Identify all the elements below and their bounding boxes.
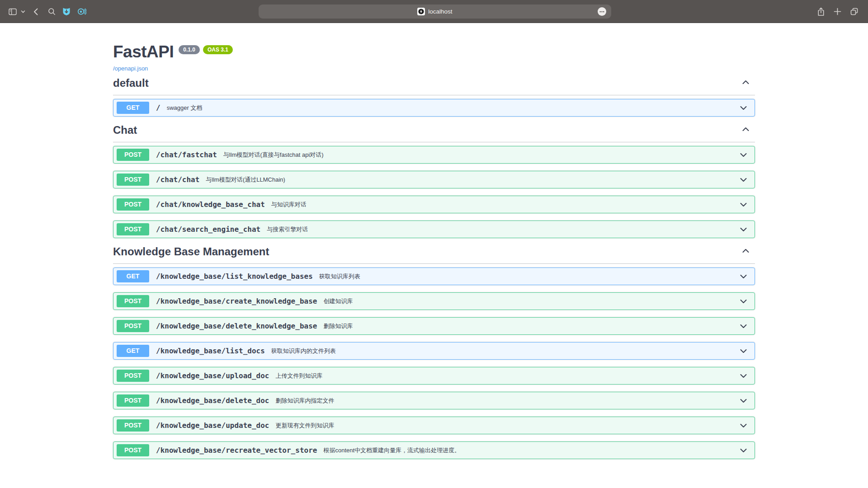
chevron-down-icon[interactable] <box>739 175 748 184</box>
endpoint-path: /knowledge_base/create_knowledge_base <box>156 297 317 305</box>
openapi-spec-link[interactable]: /openapi.json <box>113 65 148 72</box>
chevron-down-icon[interactable] <box>739 103 748 113</box>
endpoint-row[interactable]: POST /knowledge_base/delete_knowledge_ba… <box>113 317 755 335</box>
endpoint-row[interactable]: POST /knowledge_base/recreate_vector_sto… <box>113 441 755 459</box>
chevron-down-icon[interactable] <box>739 346 748 356</box>
endpoint-path: /knowledge_base/delete_knowledge_base <box>156 322 317 330</box>
chevron-down-icon[interactable] <box>739 272 748 281</box>
tag-section-default: default GET / swagger 文档 <box>113 77 755 117</box>
endpoint-description: 删除知识库内指定文件 <box>275 397 334 405</box>
endpoint-row[interactable]: POST /chat/knowledge_base_chat 与知识库对话 <box>113 196 755 213</box>
tag-section-header[interactable]: default <box>113 77 755 95</box>
chevron-up-icon[interactable] <box>741 246 750 258</box>
method-badge: GET <box>117 345 149 357</box>
back-icon[interactable] <box>33 8 39 16</box>
address-bar-content: localhost <box>259 5 611 19</box>
endpoint-row[interactable]: POST /chat/search_engine_chat 与搜索引擎对话 <box>113 221 755 238</box>
method-badge: POST <box>117 394 149 407</box>
endpoint-row[interactable]: POST /knowledge_base/upload_doc 上传文件到知识库 <box>113 367 755 385</box>
toolbar-left-group <box>8 0 86 23</box>
method-badge: POST <box>117 370 149 382</box>
chevron-down-icon[interactable] <box>739 371 748 380</box>
version-badge: 0.1.0 <box>179 45 200 54</box>
method-badge: POST <box>117 174 149 186</box>
chevron-down-icon[interactable] <box>739 296 748 306</box>
tag-section-header[interactable]: Chat <box>113 124 755 142</box>
method-badge: POST <box>117 295 149 307</box>
operations-list: POST /chat/fastchat 与llm模型对话(直接与fastchat… <box>113 142 755 238</box>
tag-title: default <box>113 77 149 89</box>
endpoint-path: /knowledge_base/delete_doc <box>156 396 269 405</box>
oas-badge: OAS 3.1 <box>203 45 233 54</box>
method-badge: GET <box>117 270 149 282</box>
endpoint-path: /chat/fastchat <box>156 150 217 159</box>
operations-list: GET /knowledge_base/list_knowledge_bases… <box>113 264 755 459</box>
address-bar[interactable]: localhost <box>259 5 611 19</box>
endpoint-row[interactable]: POST /knowledge_base/delete_doc 删除知识库内指定… <box>113 392 755 409</box>
endpoint-path: /knowledge_base/list_knowledge_bases <box>156 272 313 281</box>
endpoint-path: /chat/knowledge_base_chat <box>156 200 265 209</box>
endpoint-description: 获取知识库内的文件列表 <box>271 347 336 355</box>
tag-title: Chat <box>113 124 137 136</box>
endpoint-description: 删除知识库 <box>323 322 353 330</box>
chevron-down-icon[interactable] <box>739 321 748 331</box>
site-favicon <box>417 8 425 15</box>
chevron-down-icon[interactable] <box>739 150 748 160</box>
tag-section-knowledge-base: Knowledge Base Management GET /knowledge… <box>113 245 755 459</box>
endpoint-description: 与llm模型对话(直接与fastchat api对话) <box>223 151 324 159</box>
url-text: localhost <box>428 8 452 15</box>
endpoint-description: swagger 文档 <box>167 104 203 112</box>
search-icon[interactable] <box>48 8 56 15</box>
badges: 0.1.0 OAS 3.1 <box>179 45 233 54</box>
endpoint-row[interactable]: POST /chat/fastchat 与llm模型对话(直接与fastchat… <box>113 146 755 164</box>
endpoint-path: /knowledge_base/update_doc <box>156 421 269 430</box>
method-badge: GET <box>117 102 149 114</box>
endpoint-path: / <box>156 103 160 112</box>
chevron-down-icon[interactable] <box>739 225 748 234</box>
endpoint-description: 与llm模型对话(通过LLMChain) <box>206 176 285 184</box>
endpoint-path: /knowledge_base/recreate_vector_store <box>156 446 317 455</box>
tab-overview-icon[interactable] <box>849 7 859 16</box>
endpoint-row[interactable]: GET /knowledge_base/list_docs 获取知识库内的文件列… <box>113 342 755 360</box>
method-badge: POST <box>117 444 149 456</box>
tag-section-chat: Chat POST /chat/fastchat 与llm模型对话(直接与fas… <box>113 124 755 238</box>
page-title: FastAPI <box>113 42 174 62</box>
method-badge: POST <box>117 198 149 211</box>
endpoint-description: 上传文件到知识库 <box>275 372 322 380</box>
method-badge: POST <box>117 320 149 332</box>
endpoint-description: 与知识库对话 <box>271 201 307 209</box>
sidebar-chevron-down-icon[interactable] <box>21 10 25 14</box>
new-tab-plus-icon[interactable] <box>833 7 842 16</box>
endpoint-row[interactable]: POST /knowledge_base/update_doc 更新现有文件到知… <box>113 417 755 434</box>
endpoint-description: 更新现有文件到知识库 <box>275 422 334 430</box>
endpoint-row[interactable]: GET / swagger 文档 <box>113 99 755 117</box>
api-info: FastAPI 0.1.0 OAS 3.1 /openapi.json <box>113 23 755 72</box>
endpoint-path: /chat/search_engine_chat <box>156 225 260 234</box>
browser-toolbar: localhost <box>0 0 868 23</box>
extension-shield-icon[interactable] <box>62 7 71 16</box>
chevron-down-icon[interactable] <box>739 396 748 405</box>
sidebar-icon[interactable] <box>8 7 17 16</box>
endpoint-description: 创建知识库 <box>323 297 353 305</box>
method-badge: POST <box>117 223 149 235</box>
endpoint-path: /knowledge_base/list_docs <box>156 347 265 355</box>
endpoint-row[interactable]: POST /knowledge_base/create_knowledge_ba… <box>113 292 755 310</box>
endpoint-path: /chat/chat <box>156 175 199 184</box>
tag-section-header[interactable]: Knowledge Base Management <box>113 245 755 264</box>
endpoint-row[interactable]: POST /chat/chat 与llm模型对话(通过LLMChain) <box>113 171 755 188</box>
swagger-ui-page: FastAPI 0.1.0 OAS 3.1 /openapi.json defa… <box>113 23 755 459</box>
endpoint-description: 与搜索引擎对话 <box>267 225 308 234</box>
chevron-down-icon[interactable] <box>739 446 748 455</box>
chevron-up-icon[interactable] <box>741 125 750 136</box>
page-menu-ellipsis-icon[interactable] <box>598 7 606 16</box>
chevron-down-icon[interactable] <box>739 200 748 209</box>
extension-live-icon[interactable] <box>77 7 86 16</box>
endpoint-description: 获取知识库列表 <box>319 272 360 281</box>
endpoint-row[interactable]: GET /knowledge_base/list_knowledge_bases… <box>113 267 755 285</box>
chevron-down-icon[interactable] <box>739 421 748 430</box>
chevron-up-icon[interactable] <box>741 78 750 89</box>
method-badge: POST <box>117 419 149 432</box>
endpoint-path: /knowledge_base/upload_doc <box>156 371 269 380</box>
share-icon[interactable] <box>816 7 826 17</box>
operations-list: GET / swagger 文档 <box>113 95 755 117</box>
